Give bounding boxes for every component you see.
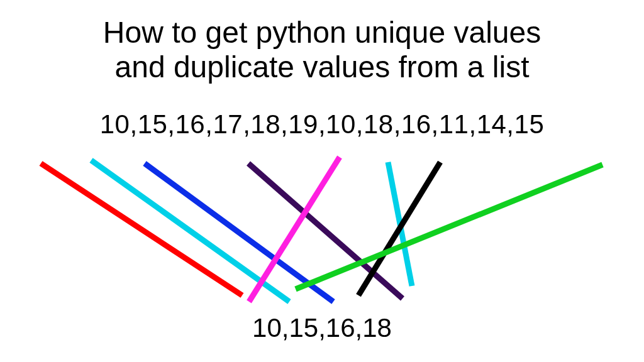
line-18-left — [248, 163, 402, 299]
separator: , — [205, 109, 213, 139]
title-line-1: How to get python unique values — [103, 16, 541, 49]
input-item: 16 — [175, 109, 206, 139]
duplicate-item: 16 — [326, 313, 355, 343]
separator: , — [469, 109, 476, 139]
input-item: 15 — [138, 109, 168, 139]
separator: , — [355, 313, 363, 343]
input-item: 14 — [477, 109, 507, 139]
line-15-left — [91, 160, 289, 302]
line-16-left — [145, 163, 333, 302]
input-item: 15 — [514, 109, 545, 139]
separator: , — [318, 109, 326, 139]
input-item: 11 — [439, 109, 469, 139]
separator: , — [431, 109, 439, 139]
input-item: 10 — [326, 109, 356, 139]
title-line-2: and duplicate values from a list — [114, 50, 529, 84]
input-item: 10 — [100, 109, 130, 139]
input-item: 16 — [401, 109, 431, 139]
duplicate-item: 15 — [289, 313, 318, 343]
separator: , — [243, 109, 250, 139]
separator: , — [282, 313, 289, 343]
separator: , — [130, 109, 137, 139]
line-18-right — [388, 162, 412, 286]
line-10-left — [41, 163, 242, 295]
separator: , — [280, 109, 288, 139]
input-item: 17 — [213, 109, 243, 139]
input-item: 19 — [288, 109, 318, 139]
separator: , — [394, 109, 401, 139]
line-16-right — [358, 162, 440, 295]
duplicates-row: 10,15,16,18 — [0, 313, 644, 343]
line-15-right — [296, 165, 602, 289]
separator: , — [167, 109, 175, 139]
input-list-row: 10,15,16,17,18,19,10,18,16,11,14,15 — [0, 109, 644, 140]
line-10-right — [249, 157, 340, 302]
input-item: 18 — [250, 109, 280, 139]
input-item: 18 — [364, 109, 394, 139]
duplicate-item: 18 — [362, 313, 392, 343]
diagram-title: How to get python unique values and dupl… — [0, 0, 644, 84]
duplicate-item: 10 — [252, 313, 282, 343]
separator: , — [356, 109, 364, 139]
separator: , — [506, 109, 514, 139]
separator: , — [318, 313, 326, 343]
